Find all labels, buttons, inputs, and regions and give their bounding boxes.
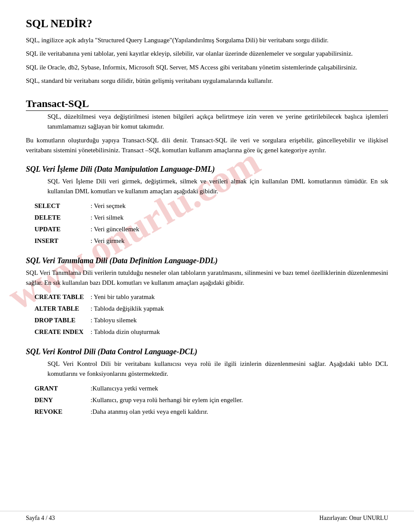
ddl-heading: SQL Veri Tanımlama Dili (Data Definition… [26,256,388,265]
dcl-heading: SQL Veri Kontrol Dili (Data Control Lang… [26,347,388,356]
transact-p2: Bu komutların oluşturduğu yapıya Transac… [26,135,388,156]
transact-p1: SQL, düzeltilmesi veya değiştirilmesi is… [47,112,388,132]
ddl-cmd-create-table: CREATE TABLE : Yeni bir tablo yaratmak [34,291,388,303]
ddl-p1: SQL Veri Tanımlama Dili verilerin tutuld… [26,268,388,288]
ddl-cmd-create-table-key: CREATE TABLE [34,291,91,303]
dcl-p1: SQL Veri Kontrol Dili bir veritabanı kul… [47,359,388,379]
dml-cmd-insert-val: : Veri girmek [91,235,125,247]
ddl-commands: CREATE TABLE : Yeni bir tablo yaratmak A… [34,291,388,338]
ddl-cmd-drop-table-val: : Tabloyu silemek [91,315,137,326]
intro-p1: SQL, ingilizce açık adıyla "Structured Q… [26,35,388,45]
dcl-cmd-revoke-key: REVOKE [34,406,91,418]
ddl-cmd-alter-table-key: ALTER TABLE [34,303,91,315]
intro-p4: SQL, standard bir veritabanı sorgu dilid… [26,76,388,86]
dml-cmd-select-key: SELECT [34,200,91,212]
ddl-cmd-create-index-val: : Tabloda dizin oluşturmak [91,326,160,338]
dcl-cmd-grant-key: GRANT [34,383,91,394]
content: SQL NEDİR? SQL, ingilizce açık adıyla "S… [26,17,388,418]
dml-cmd-delete-val: : Veri silmek [91,212,123,224]
dcl-cmd-deny: DENY :Kullanıcı, grup veya rolü herhangi… [34,394,388,406]
ddl-cmd-drop-table-key: DROP TABLE [34,315,91,326]
dml-cmd-update-val: : Veri güncellemek [91,224,139,235]
dml-cmd-insert-key: INSERT [34,235,91,247]
intro-p2: SQL ile veritabanına yeni tablolar, yeni… [26,49,388,59]
footer-page: Sayfa 4 / 43 [26,515,55,522]
footer: Sayfa 4 / 43 Hazırlayan: Onur UNURLU [0,511,414,522]
dml-cmd-update-key: UPDATE [34,224,91,235]
ddl-cmd-create-index: CREATE INDEX : Tabloda dizin oluşturmak [34,326,388,338]
dcl-cmd-deny-val: :Kullanıcı, grup veya rolü herhangi bir … [91,394,243,406]
dml-cmd-update: UPDATE : Veri güncellemek [34,224,388,235]
ddl-cmd-create-table-val: : Yeni bir tablo yaratmak [91,291,155,303]
page: www.onurlu.com SQL NEDİR? SQL, ingilizce… [0,0,414,532]
page-title: SQL NEDİR? [26,17,388,30]
dml-commands: SELECT : Veri seçmek DELETE : Veri silme… [34,200,388,247]
dcl-cmd-grant-val: :Kullanıcıya yetki vermek [91,383,158,394]
dml-cmd-insert: INSERT : Veri girmek [34,235,388,247]
ddl-cmd-create-index-key: CREATE INDEX [34,326,91,338]
dcl-cmd-deny-key: DENY [34,394,91,406]
dml-cmd-delete: DELETE : Veri silmek [34,212,388,224]
ddl-cmd-alter-table: ALTER TABLE : Tabloda değişiklik yapmak [34,303,388,315]
footer-author: Hazırlayan: Onur UNURLU [320,515,388,522]
dcl-cmd-revoke-val: :Daha atanmış olan yetki veya engeli kal… [91,406,208,418]
transact-heading: Transact-SQL [26,98,388,111]
ddl-cmd-drop-table: DROP TABLE : Tabloyu silemek [34,315,388,326]
dml-heading: SQL Veri İşleme Dili (Data Manipulation … [26,165,388,174]
dml-p1: SQL Veri İşleme Dili veri girmek, değişt… [47,176,388,197]
dcl-cmd-grant: GRANT :Kullanıcıya yetki vermek [34,383,388,394]
dml-cmd-delete-key: DELETE [34,212,91,224]
intro-p3: SQL ile Oracle, db2, Sybase, Informix, M… [26,63,388,72]
ddl-cmd-alter-table-val: : Tabloda değişiklik yapmak [91,303,164,315]
dml-cmd-select-val: : Veri seçmek [91,200,125,212]
dml-cmd-select: SELECT : Veri seçmek [34,200,388,212]
dcl-cmd-revoke: REVOKE :Daha atanmış olan yetki veya eng… [34,406,388,418]
dcl-commands: GRANT :Kullanıcıya yetki vermek DENY :Ku… [34,383,388,418]
